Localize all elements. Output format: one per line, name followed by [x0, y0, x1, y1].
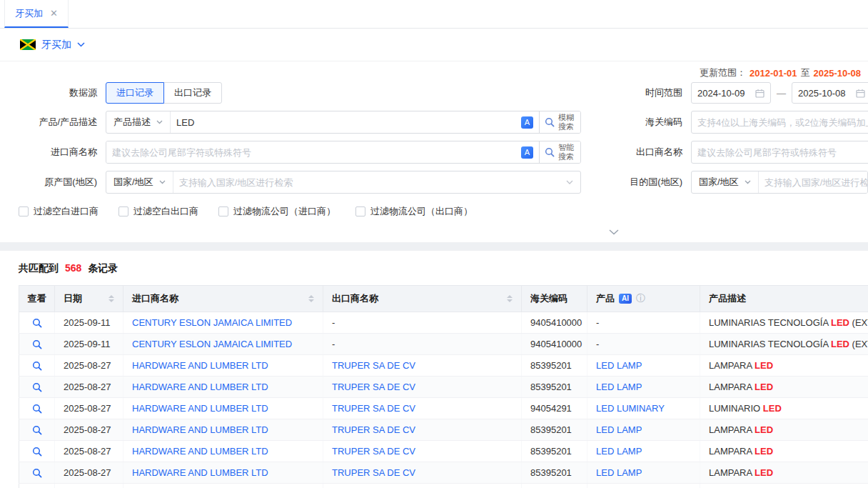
exporter-link[interactable]: TRUPER SA DE CV	[332, 424, 415, 435]
destination-country-select[interactable]: 国家/地区	[692, 171, 759, 193]
exporter-link[interactable]: TRUPER SA DE CV	[332, 360, 415, 371]
sort-icon[interactable]	[308, 295, 314, 302]
importer-link[interactable]: HARDWARE AND LUMBER LTD	[132, 403, 268, 414]
header-row: 查看日期进口商名称出口商名称海关编码产品AIⓘ产品描述	[19, 286, 868, 312]
fuzzy-search-button[interactable]: 模糊搜索	[539, 111, 580, 133]
row-view-button[interactable]	[32, 382, 42, 392]
row-view-button[interactable]	[32, 468, 42, 478]
row-description: LAMPARA LED	[700, 484, 868, 488]
row-view-button[interactable]	[32, 361, 42, 371]
close-icon[interactable]: ✕	[50, 9, 58, 18]
importer-link[interactable]: CENTURY ESLON JAMAICA LIMITED	[132, 317, 292, 328]
table-row: 2025-08-27HARDWARE AND LUMBER LTDTRUPER …	[19, 398, 868, 419]
row-view-button[interactable]	[32, 339, 42, 349]
country-selector[interactable]: 牙买加	[0, 29, 868, 61]
table-row: 2025-08-27HARDWARE AND LUMBER LTDTRUPER …	[19, 462, 868, 484]
checkbox[interactable]	[19, 206, 29, 216]
update-range-from: 2012-01-01	[750, 68, 797, 79]
origin-country-input[interactable]	[173, 171, 559, 193]
column-header-label: 出口商名称	[332, 292, 378, 305]
importer-input[interactable]	[106, 141, 515, 163]
row-description: LAMPARA LED	[700, 355, 868, 377]
collapse-filters-button[interactable]	[597, 226, 631, 242]
row-view-button[interactable]	[32, 425, 42, 435]
info-icon[interactable]: ⓘ	[636, 292, 645, 305]
tab-jamaica[interactable]: 牙买加 ✕	[4, 0, 69, 28]
importer-label: 进口商名称	[0, 146, 106, 159]
row-view-button[interactable]	[32, 404, 42, 414]
date-from-input[interactable]: 2024-10-09	[691, 82, 771, 104]
column-header[interactable]: 进口商名称	[123, 286, 323, 312]
checkbox[interactable]	[118, 206, 128, 216]
product-link[interactable]: LED LAMP	[596, 467, 642, 478]
origin-country-select[interactable]: 国家/地区	[106, 171, 173, 193]
importer-link[interactable]: HARDWARE AND LUMBER LTD	[132, 424, 268, 435]
table-row: 2025-08-27HARDWARE AND LUMBER LTDTRUPER …	[19, 441, 868, 462]
date-to-value: 2025-10-08	[798, 88, 852, 99]
importer-link[interactable]: HARDWARE AND LUMBER LTD	[132, 360, 268, 371]
row-date: 2025-08-27	[55, 377, 123, 398]
chevron-down-icon	[159, 180, 166, 184]
update-range-label: 更新范围：	[700, 66, 746, 79]
product-type-select[interactable]: 产品描述	[106, 111, 171, 133]
row-description: LUMINARIAS TECNOLOGÍA LED (EXT	[700, 334, 868, 355]
importer-link[interactable]: HARDWARE AND LUMBER LTD	[132, 382, 268, 392]
exporter-link[interactable]: TRUPER SA DE CV	[332, 382, 415, 392]
column-header[interactable]: 日期	[55, 286, 123, 312]
column-header: 海关编码	[522, 286, 587, 312]
checkbox[interactable]	[355, 206, 365, 216]
sort-icon[interactable]	[108, 295, 114, 302]
row-hs-code: 85395201	[522, 355, 587, 377]
date-from-value: 2024-10-09	[697, 88, 751, 99]
row-hs-code: 94054291	[522, 398, 587, 419]
exporter-input[interactable]	[691, 141, 868, 164]
search-icon	[545, 117, 555, 127]
result-count: 共匹配到 568 条记录	[0, 262, 868, 275]
product-input[interactable]	[171, 111, 515, 133]
product-link[interactable]: LED LAMP	[596, 446, 642, 457]
smart-search-button[interactable]: 智能搜索	[539, 141, 580, 163]
exporter-link[interactable]: TRUPER SA DE CV	[332, 467, 415, 478]
translate-icon[interactable]: A	[521, 116, 533, 129]
chevron-down-icon	[609, 229, 619, 235]
column-header-label: 查看	[28, 292, 46, 305]
row-view-button[interactable]	[32, 318, 42, 328]
product-link[interactable]: LED LUMINARY	[596, 403, 665, 414]
row-hs-code: 85395201	[522, 462, 587, 484]
filter-checkbox[interactable]: 过滤空白进口商	[19, 205, 99, 218]
table-body: 2025-09-11CENTURY ESLON JAMAICA LIMITED-…	[19, 312, 868, 488]
destination-country-select-value: 国家/地区	[699, 176, 739, 189]
data-source-option[interactable]: 出口记录	[163, 82, 222, 104]
exporter-link[interactable]: TRUPER SA DE CV	[332, 403, 415, 414]
importer-link[interactable]: CENTURY ESLON JAMAICA LIMITED	[132, 339, 292, 349]
table-row: 2025-09-11CENTURY ESLON JAMAICA LIMITED-…	[19, 312, 868, 334]
data-source-option[interactable]: 进口记录	[106, 82, 164, 104]
row-date: 2025-08-27	[55, 419, 123, 441]
count-suffix: 条记录	[88, 262, 118, 274]
column-header[interactable]: 出口商名称	[323, 286, 522, 312]
filter-checkbox[interactable]: 过滤空白出口商	[118, 205, 198, 218]
row-hs-code: 85395201	[522, 377, 587, 398]
row-date: 2025-08-27	[55, 462, 123, 484]
column-header-label: 日期	[64, 292, 82, 305]
product-link[interactable]: LED LAMP	[596, 424, 642, 435]
exporter-link[interactable]: TRUPER SA DE CV	[332, 446, 415, 457]
filter-checkbox[interactable]: 过滤物流公司（进口商）	[218, 205, 335, 218]
importer-link[interactable]: HARDWARE AND LUMBER LTD	[132, 467, 268, 478]
sort-icon[interactable]	[507, 295, 513, 302]
product-link[interactable]: LED LAMP	[596, 382, 642, 392]
row-view-button[interactable]	[32, 447, 42, 457]
hs-code-input[interactable]	[691, 111, 868, 134]
row-date: 2025-09-11	[55, 312, 123, 334]
hs-code-label: 海关编码	[591, 116, 691, 129]
column-header: 产品描述	[700, 286, 868, 312]
destination-country-input[interactable]	[759, 171, 868, 193]
checkbox[interactable]	[218, 206, 228, 216]
translate-icon[interactable]: A	[521, 146, 533, 159]
column-header-label: 进口商名称	[132, 292, 178, 305]
checkbox-label: 过滤物流公司（进口商）	[233, 205, 335, 218]
date-to-input[interactable]: 2025-10-08	[792, 82, 868, 104]
filter-checkbox[interactable]: 过滤物流公司（出口商）	[355, 205, 473, 218]
product-link[interactable]: LED LAMP	[596, 360, 642, 371]
importer-link[interactable]: HARDWARE AND LUMBER LTD	[132, 446, 268, 457]
